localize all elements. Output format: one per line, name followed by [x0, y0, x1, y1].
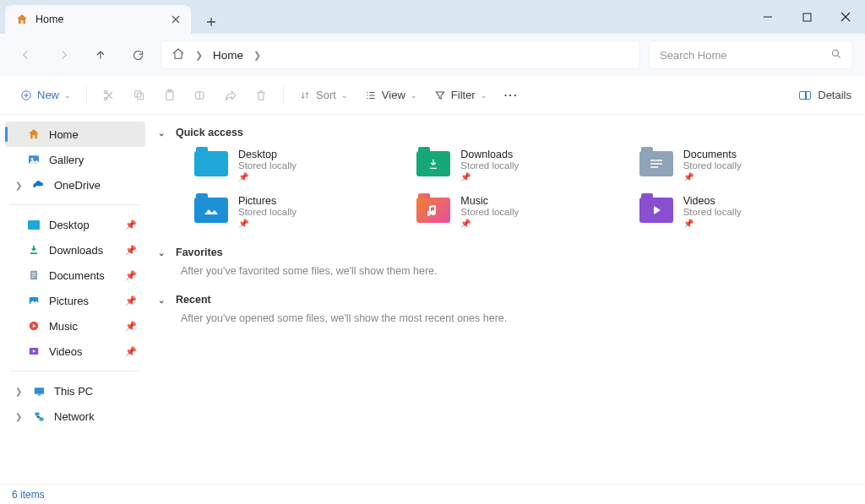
section-favorites[interactable]: ⌄ Favorites — [155, 243, 853, 265]
chevron-down-icon: ⌄ — [341, 91, 348, 100]
sidebar-item-music[interactable]: Music 📌 — [5, 313, 145, 339]
pictures-icon — [27, 294, 41, 307]
chevron-right-icon[interactable]: ❯ — [14, 412, 24, 421]
sidebar-label: Desktop — [49, 219, 90, 231]
chevron-right-icon[interactable]: ❯ — [14, 387, 24, 396]
details-toggle[interactable]: Details — [799, 89, 851, 101]
new-tab-button[interactable] — [199, 10, 223, 34]
share-button[interactable] — [217, 82, 244, 109]
item-name: Documents — [683, 149, 742, 160]
chevron-down-icon: ⌄ — [64, 91, 71, 100]
section-title: Quick access — [176, 127, 243, 138]
address-segment[interactable]: Home — [213, 49, 243, 62]
details-label: Details — [818, 89, 851, 101]
sidebar-label: Videos — [49, 345, 83, 358]
back-button[interactable] — [12, 41, 41, 69]
recent-empty-text: After you've opened some files, we'll sh… — [181, 312, 853, 324]
sidebar-item-this-pc[interactable]: ❯ This PC — [5, 378, 145, 404]
separator — [283, 86, 284, 105]
details-pane-icon — [799, 91, 811, 100]
search-input[interactable] — [660, 49, 830, 62]
pin-icon: 📌 — [238, 172, 296, 182]
maximize-button[interactable] — [787, 0, 826, 34]
chevron-down-icon[interactable]: ⌄ — [155, 248, 167, 257]
tab-close-button[interactable] — [169, 13, 182, 26]
qa-item-downloads[interactable]: Downloads Stored locally 📌 — [416, 145, 630, 185]
home-icon — [171, 47, 185, 63]
pin-icon: 📌 — [460, 219, 519, 228]
onedrive-icon — [32, 178, 46, 192]
refresh-button[interactable] — [123, 41, 152, 69]
qa-item-videos[interactable]: Videos Stored locally 📌 — [639, 192, 853, 231]
chevron-down-icon[interactable]: ⌄ — [155, 295, 167, 305]
folder-icon — [416, 195, 450, 225]
qa-item-pictures[interactable]: Pictures Stored locally 📌 — [194, 192, 408, 231]
chevron-down-icon: ⌄ — [411, 91, 417, 100]
chevron-right-icon[interactable]: ❯ — [14, 181, 24, 190]
pin-icon: 📌 — [125, 270, 137, 281]
pin-icon: 📌 — [125, 321, 137, 332]
sidebar-item-documents[interactable]: Documents 📌 — [5, 263, 145, 288]
svg-rect-16 — [34, 387, 43, 394]
separator — [10, 371, 140, 371]
delete-button[interactable] — [248, 82, 275, 109]
section-recent[interactable]: ⌄ Recent — [155, 290, 853, 312]
sidebar-item-home[interactable]: Home — [5, 122, 145, 147]
documents-icon — [27, 268, 41, 282]
navigation-bar: ❯ Home ❯ — [0, 34, 865, 76]
close-window-button[interactable] — [826, 0, 865, 34]
pin-icon: 📌 — [125, 219, 137, 230]
forward-button[interactable] — [49, 41, 78, 69]
view-button[interactable]: View ⌄ — [358, 82, 424, 109]
chevron-right-icon[interactable]: ❯ — [253, 50, 261, 61]
section-title: Favorites — [176, 247, 223, 258]
sidebar-item-downloads[interactable]: Downloads 📌 — [5, 237, 145, 263]
search-icon — [830, 48, 842, 62]
filter-button[interactable]: Filter ⌄ — [427, 82, 494, 109]
section-quick-access[interactable]: ⌄ Quick access — [155, 123, 853, 145]
item-sub: Stored locally — [238, 207, 296, 217]
chevron-right-icon[interactable]: ❯ — [195, 50, 203, 61]
sidebar-item-onedrive[interactable]: ❯ OneDrive — [5, 172, 145, 198]
sidebar-label: Pictures — [49, 295, 89, 307]
folder-icon — [416, 149, 450, 179]
sidebar-label: Home — [49, 128, 79, 141]
cut-button[interactable] — [95, 82, 122, 109]
qa-item-documents[interactable]: Documents Stored locally 📌 — [639, 145, 853, 185]
address-bar[interactable]: ❯ Home ❯ — [160, 41, 640, 69]
chevron-down-icon: ⌄ — [481, 91, 487, 100]
sidebar-item-videos[interactable]: Videos 📌 — [5, 339, 145, 364]
qa-item-desktop[interactable]: Desktop Stored locally 📌 — [194, 145, 408, 185]
chevron-down-icon[interactable]: ⌄ — [155, 128, 167, 138]
sidebar-item-desktop[interactable]: Desktop 📌 — [5, 212, 145, 237]
item-name: Music — [460, 195, 519, 207]
minimize-button[interactable] — [748, 0, 787, 34]
gallery-icon — [27, 153, 41, 166]
tab-home[interactable]: Home — [5, 5, 191, 34]
sidebar-label: Music — [49, 320, 78, 333]
status-bar: 6 items — [0, 484, 865, 504]
more-button[interactable]: ··· — [498, 82, 525, 109]
sort-button[interactable]: Sort ⌄ — [292, 82, 355, 109]
pin-icon: 📌 — [125, 295, 137, 306]
item-name: Downloads — [460, 149, 519, 160]
rename-button[interactable] — [187, 82, 214, 109]
filter-label: Filter — [451, 89, 476, 101]
qa-item-music[interactable]: Music Stored locally 📌 — [416, 192, 630, 231]
sidebar-item-network[interactable]: ❯ Network — [5, 404, 145, 429]
folder-icon — [194, 195, 228, 225]
svg-rect-17 — [37, 394, 41, 395]
pin-icon: 📌 — [683, 172, 742, 182]
up-button[interactable] — [86, 41, 115, 69]
pin-icon: 📌 — [460, 172, 519, 182]
copy-button[interactable] — [126, 82, 153, 109]
new-button[interactable]: New ⌄ — [14, 82, 78, 109]
sidebar-item-pictures[interactable]: Pictures 📌 — [5, 288, 145, 313]
search-box[interactable] — [649, 41, 853, 69]
paste-button[interactable] — [156, 82, 183, 109]
tab-title: Home — [35, 14, 162, 25]
sidebar-item-gallery[interactable]: Gallery — [5, 147, 145, 172]
item-sub: Stored locally — [238, 160, 296, 171]
content-pane: ⌄ Quick access Desktop Stored locally 📌 … — [150, 115, 865, 484]
item-sub: Stored locally — [460, 160, 519, 171]
